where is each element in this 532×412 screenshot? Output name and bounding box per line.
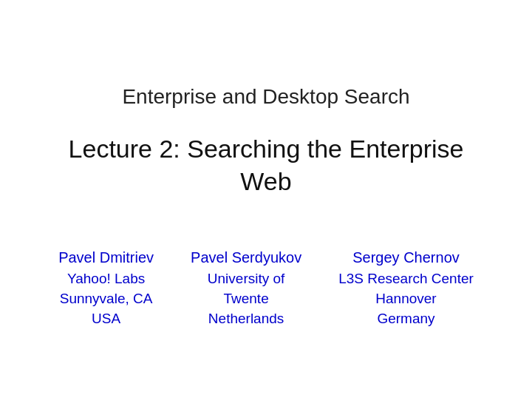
affiliation-3-line2: Hannover xyxy=(375,291,436,306)
author-name-3: Sergey Chernov xyxy=(352,249,460,266)
author-column-1: Pavel Dmitriev Yahoo! Labs Sunnyvale, CA… xyxy=(58,249,154,328)
affiliation-2-line1: University of xyxy=(208,271,285,286)
subtitle-line2: Web xyxy=(240,167,291,195)
affiliation-1-line2: Sunnyvale, CA xyxy=(60,291,153,306)
author-name-2: Pavel Serdyukov xyxy=(191,249,301,266)
subtitle-line1: Lecture 2: Searching the Enterprise xyxy=(69,135,464,163)
main-title: Enterprise and Desktop Search xyxy=(69,84,464,110)
author-name-1: Pavel Dmitriev xyxy=(58,249,154,266)
authors-section: Pavel Dmitriev Yahoo! Labs Sunnyvale, CA… xyxy=(44,249,488,328)
author-column-2: Pavel Serdyukov University of Twente Net… xyxy=(191,249,301,328)
affiliation-1-line1: Yahoo! Labs xyxy=(67,271,145,286)
author-column-3: Sergey Chernov L3S Research Center Hanno… xyxy=(338,249,474,328)
affiliation-3-line3: Germany xyxy=(377,311,434,326)
author-affiliation-3: L3S Research Center Hannover Germany xyxy=(338,269,474,328)
subtitle: Lecture 2: Searching the Enterprise Web xyxy=(69,132,464,197)
affiliation-1-line3: USA xyxy=(92,311,120,326)
affiliation-2-line3: Netherlands xyxy=(208,311,284,326)
author-affiliation-1: Yahoo! Labs Sunnyvale, CA USA xyxy=(60,269,153,328)
author-affiliation-2: University of Twente Netherlands xyxy=(208,269,285,328)
slide-container: Enterprise and Desktop Search Lecture 2:… xyxy=(0,0,532,412)
title-section: Enterprise and Desktop Search Lecture 2:… xyxy=(69,84,464,198)
affiliation-3-line1: L3S Research Center xyxy=(338,271,474,286)
affiliation-2-line2: Twente xyxy=(223,291,268,306)
